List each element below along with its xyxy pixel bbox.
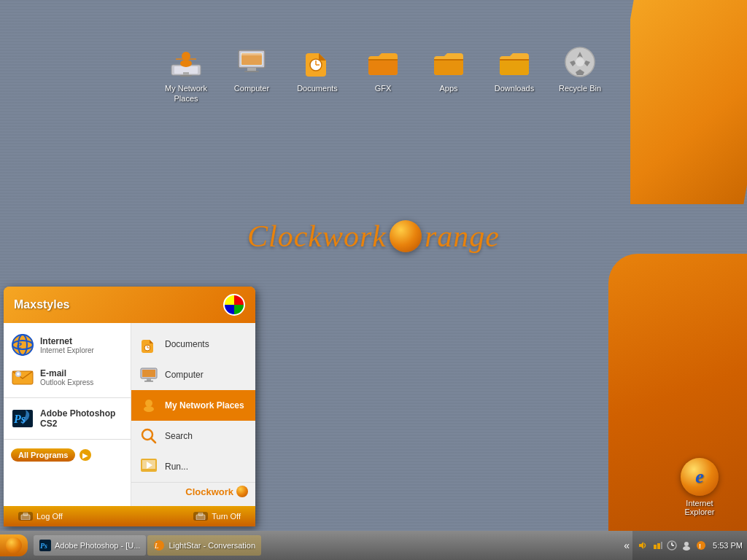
smr-network-icon (139, 395, 159, 416)
watermark: Clockwork range (247, 219, 500, 254)
logoff-button[interactable]: Log Off (18, 512, 63, 521)
smr-documents-icon (139, 334, 159, 354)
internet-item-name: Internet (40, 336, 123, 346)
taskbar-items: Ps Adobe Photoshop - [U... L LightStar -… (31, 535, 621, 556)
svg-text:!: ! (699, 542, 701, 550)
smr-run-icon (139, 456, 159, 477)
apps-icon (431, 44, 466, 79)
recycle-bin-label: Recycle Bin (557, 82, 603, 94)
taskbar-item-lightstar[interactable]: L LightStar - Conversation (147, 535, 261, 556)
photoshop-taskbar-icon: Ps (39, 540, 51, 551)
svg-rect-47 (23, 513, 28, 516)
tray-security-icon[interactable]: ! (695, 540, 707, 551)
smr-item-run[interactable]: Run... (131, 451, 255, 482)
svg-marker-54 (639, 542, 643, 549)
tray-volume-icon[interactable] (637, 540, 649, 551)
logoff-label: Log Off (36, 512, 63, 521)
start-menu-item-email[interactable]: E-mail Outlook Express (4, 361, 131, 393)
ie-desktop-icon[interactable]: e InternetExplorer (674, 458, 725, 516)
turnoff-button[interactable]: Turn Off (193, 512, 241, 521)
svg-rect-17 (368, 59, 398, 61)
email-item-name: E-mail (40, 368, 123, 378)
lightstar-taskbar-label: LightStar - Conversation (169, 541, 255, 550)
taskbar-expand[interactable]: « (621, 540, 632, 551)
smr-computer-icon (139, 365, 159, 385)
gfx-label: GFX (373, 82, 394, 94)
taskbar-item-photoshop[interactable]: Ps Adobe Photoshop - [U... (34, 535, 146, 556)
clockwork-label-text: Clockwork (185, 486, 233, 497)
svg-rect-38 (147, 378, 151, 381)
photoshop-taskbar-label: Adobe Photoshop - [U... (55, 541, 140, 550)
svg-rect-10 (247, 68, 256, 71)
downloads-label: Downloads (492, 82, 536, 94)
svg-point-40 (145, 400, 152, 407)
watermark-text1: Clockwork (247, 219, 387, 254)
ie-desktop-label: InternetExplorer (685, 499, 715, 516)
all-programs-bar[interactable]: All Programs ▶ (4, 444, 131, 466)
email-icon (11, 365, 34, 389)
svg-text:L: L (154, 542, 159, 550)
watermark-text2: range (425, 219, 500, 254)
svg-point-21 (576, 58, 584, 66)
computer-label: Computer (232, 82, 271, 94)
clockwork-label: Clockwork (131, 482, 255, 500)
start-button-orb (6, 537, 22, 553)
start-menu-footer: Log Off Turn Off (4, 506, 255, 526)
smr-item-documents[interactable]: Documents (131, 329, 255, 359)
start-menu-item-photoshop[interactable]: Ps Adobe Photoshop CS2 (4, 402, 131, 435)
tray-clock-icon[interactable] (666, 540, 678, 551)
svg-rect-3 (180, 75, 192, 77)
svg-rect-18 (434, 59, 463, 61)
desktop-icon-apps[interactable]: Apps (416, 40, 481, 98)
start-menu-divider-1 (4, 397, 131, 398)
internet-item-sub: Internet Explorer (40, 346, 123, 354)
taskbar: Ps Adobe Photoshop - [U... L LightStar -… (0, 531, 747, 560)
svg-rect-2 (183, 72, 189, 75)
svg-point-62 (683, 546, 690, 551)
all-programs-button[interactable]: All Programs (11, 448, 75, 462)
desktop-icon-my-network-places[interactable]: My Network Places (153, 40, 219, 109)
smr-documents-label: Documents (165, 339, 209, 349)
desktop-icon-documents[interactable]: Documents (285, 40, 350, 98)
tray-user-icon[interactable] (681, 540, 692, 551)
smr-run-label: Run... (165, 462, 188, 472)
apps-label: Apps (437, 82, 460, 94)
turnoff-label: Turn Off (212, 512, 241, 521)
svg-rect-49 (198, 513, 203, 516)
tray-network-icon[interactable] (651, 540, 663, 551)
svg-rect-39 (144, 381, 153, 382)
start-button[interactable] (0, 534, 28, 556)
svg-rect-55 (654, 545, 657, 549)
start-menu-username: Maxstyles (14, 298, 70, 311)
documents-label: Documents (295, 82, 340, 94)
svg-rect-57 (661, 542, 662, 549)
smr-item-search[interactable]: Search (131, 421, 255, 451)
svg-text:e: e (17, 338, 22, 351)
start-menu-body: e Internet Internet Explorer (4, 323, 255, 506)
start-menu-item-internet[interactable]: e Internet Internet Explorer (4, 329, 131, 361)
svg-point-63 (697, 541, 705, 550)
svg-text:Ps: Ps (40, 542, 47, 550)
desktop-icons-row: My Network Places Computer (153, 40, 613, 109)
desktop-icon-computer[interactable]: Computer (219, 40, 285, 98)
my-network-places-icon (169, 44, 204, 79)
all-programs-arrow: ▶ (80, 449, 91, 461)
documents-icon (300, 44, 335, 79)
svg-rect-11 (244, 71, 259, 72)
smr-item-computer[interactable]: Computer (131, 359, 255, 390)
clockwork-orb-small (236, 486, 248, 497)
smr-search-label: Search (165, 431, 193, 441)
smr-network-label: My Network Places (165, 400, 244, 411)
desktop-icon-downloads[interactable]: Downloads (481, 40, 547, 98)
desktop-icon-recycle-bin[interactable]: Recycle Bin (547, 40, 613, 98)
start-menu-right: Documents Computer (131, 323, 255, 506)
svg-point-5 (180, 60, 192, 67)
svg-point-30 (17, 373, 20, 376)
svg-rect-19 (500, 59, 529, 61)
smr-item-my-network-places[interactable]: My Network Places (131, 390, 255, 421)
smr-computer-label: Computer (165, 370, 204, 380)
email-item-sub: Outlook Express (40, 378, 123, 386)
desktop-icon-gfx[interactable]: GFX (350, 40, 416, 98)
deco-top-right (630, 0, 747, 204)
svg-point-61 (684, 542, 689, 546)
